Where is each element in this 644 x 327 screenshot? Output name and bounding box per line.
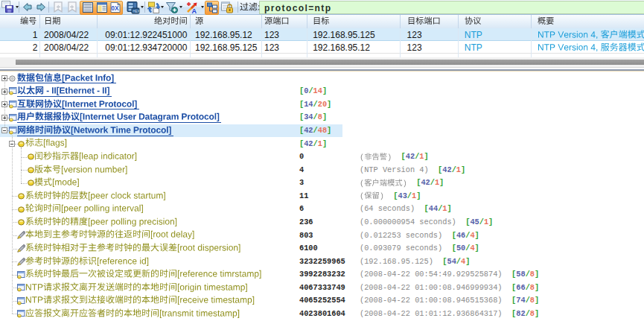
svg-text:0X: 0X: [111, 4, 119, 12]
svg-text:A: A: [192, 7, 197, 14]
svg-text:HEX: HEX: [133, 9, 139, 13]
